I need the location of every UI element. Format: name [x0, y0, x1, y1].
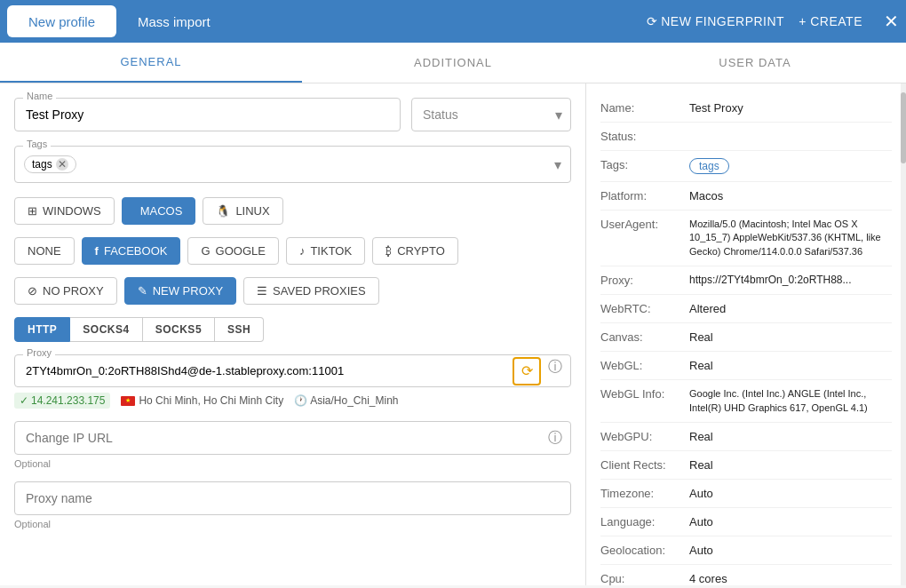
os-btn-windows[interactable]: ⊞ WINDOWS	[14, 197, 115, 225]
scrollbar[interactable]	[901, 83, 906, 585]
status-select-wrapper: Status ▾	[411, 98, 571, 131]
change-ip-url-input[interactable]	[14, 421, 571, 455]
webrtc-value: Altered	[689, 302, 892, 315]
main-content: Name Status ▾ Tags tags ✕	[0, 83, 906, 585]
windows-icon: ⊞	[28, 204, 37, 218]
timezone-badge: 🕐 Asia/Ho_Chi_Minh	[294, 394, 398, 407]
proxy-input[interactable]	[14, 354, 571, 387]
canvas-value: Real	[689, 330, 892, 344]
info-row-cpu: Cpu: 4 cores	[600, 565, 892, 585]
change-ip-url-wrapper: ⓘ	[14, 421, 571, 455]
tags-field[interactable]: tags ✕ ▾	[14, 146, 571, 183]
os-button-group: ⊞ WINDOWS MACOS 🐧 LINUX	[14, 197, 571, 225]
fingerprint-icon: ⟳	[647, 14, 658, 28]
proxy-btn-new[interactable]: ✎ NEW PROXY	[124, 277, 236, 305]
info-row-canvas: Canvas: Real	[600, 323, 892, 352]
proxy-info-row: ✓ 14.241.233.175 Ho Chi Minh, Ho Chi Min…	[14, 393, 571, 409]
timezone-info-value: Auto	[689, 487, 892, 500]
clock-icon: 🕐	[294, 394, 307, 407]
linux-icon: 🐧	[216, 204, 230, 218]
mass-import-tab[interactable]: Mass import	[116, 5, 232, 37]
new-profile-tab[interactable]: New profile	[7, 5, 116, 37]
info-row-geolocation: Geolocation: Auto	[600, 536, 892, 565]
facebook-icon: f	[95, 244, 99, 258]
info-row-webgl-info: WebGL Info: Google Inc. (Intel Inc.) ANG…	[600, 380, 892, 423]
proxy-key: Proxy:	[600, 274, 689, 287]
proxy-info-button[interactable]: ⓘ	[544, 357, 566, 378]
name-input[interactable]	[14, 98, 401, 131]
proxy-name-input[interactable]	[14, 481, 571, 515]
name-field-group: Name	[14, 98, 401, 131]
new-proxy-icon: ✎	[138, 284, 147, 298]
webgl-key: WebGL:	[600, 359, 689, 372]
tiktok-icon: ♪	[299, 244, 306, 258]
geolocation-value: Auto	[689, 544, 892, 557]
webrtc-key: WebRTC:	[600, 302, 689, 315]
info-row-useragent: UserAgent: Mozilla/5.0 (Macintosh; Intel…	[600, 211, 892, 266]
change-ip-info-button[interactable]: ⓘ	[548, 429, 562, 448]
google-icon: G	[201, 244, 210, 258]
info-row-webgpu: WebGPU: Real	[600, 423, 892, 451]
tags-row: Tags tags ✕ ▾	[14, 146, 571, 183]
protocol-socks5[interactable]: SOCKS5	[143, 317, 215, 342]
status-field-group: Status ▾	[411, 98, 571, 131]
timezone-info-key: Timezone:	[600, 487, 689, 500]
proxy-action-buttons: ⟳ ⓘ	[513, 357, 566, 385]
browser-button-group: NONE f FACEBOOK G GOOGLE ♪ TIKTOK ₿ CRYP…	[14, 237, 571, 265]
status-select[interactable]: Status	[411, 98, 571, 131]
name-key: Name:	[600, 101, 689, 115]
flag-vietnam	[121, 396, 135, 406]
info-row-status: Status:	[600, 123, 892, 151]
ip-badge: ✓ 14.241.233.175	[14, 393, 110, 409]
info-row-timezone: Timezone: Auto	[600, 480, 892, 508]
browser-btn-facebook[interactable]: f FACEBOOK	[82, 237, 181, 265]
proxy-btn-saved[interactable]: ☰ SAVED PROXIES	[243, 277, 379, 305]
change-ip-optional-label: Optional	[14, 458, 571, 469]
browser-btn-tiktok[interactable]: ♪ TIKTOK	[286, 237, 365, 265]
create-button[interactable]: + CREATE	[799, 14, 862, 28]
tags-info-value: tags	[689, 158, 892, 174]
language-key: Language:	[600, 515, 689, 528]
new-fingerprint-button[interactable]: ⟳ NEW FINGERPRINT	[647, 14, 784, 28]
webgl-value: Real	[689, 359, 892, 372]
left-panel: Name Status ▾ Tags tags ✕	[0, 83, 586, 585]
tab-user-data[interactable]: USER DATA	[604, 43, 906, 83]
header: New profile Mass import ⟳ NEW FINGERPRIN…	[0, 0, 906, 43]
info-row-language: Language: Auto	[600, 508, 892, 536]
info-table: Name: Test Proxy Status: Tags: tags Plat…	[600, 94, 892, 585]
tag-chip: tags ✕	[24, 155, 76, 173]
geolocation-key: Geolocation:	[600, 544, 689, 557]
info-row-tags: Tags: tags	[600, 151, 892, 182]
location-badge: Ho Chi Minh, Ho Chi Minh City	[121, 394, 283, 407]
tag-remove-btn[interactable]: ✕	[56, 158, 68, 171]
canvas-key: Canvas:	[600, 330, 689, 344]
tags-label: Tags	[23, 139, 51, 149]
tab-general[interactable]: GENERAL	[0, 43, 302, 83]
nav-tabs: GENERAL ADDITIONAL USER DATA	[0, 43, 906, 83]
os-btn-linux[interactable]: 🐧 LINUX	[203, 197, 282, 225]
protocol-ssh[interactable]: SSH	[215, 317, 264, 342]
proxy-source-group: ⊘ NO PROXY ✎ NEW PROXY ☰ SAVED PROXIES	[14, 277, 571, 305]
proxy-input-wrapper: Proxy ⟳ ⓘ	[14, 354, 571, 387]
info-row-proxy: Proxy: https://2TYt4bmrOn_0:2oRTH88...	[600, 266, 892, 295]
cpu-value: 4 cores	[689, 572, 892, 585]
proxy-name-optional-label: Optional	[14, 519, 571, 529]
close-button[interactable]: ✕	[884, 11, 899, 32]
tab-additional[interactable]: ADDITIONAL	[302, 43, 604, 83]
browser-btn-crypto[interactable]: ₿ CRYPTO	[372, 237, 458, 265]
proxy-btn-none[interactable]: ⊘ NO PROXY	[14, 277, 117, 305]
cpu-key: Cpu:	[600, 572, 689, 585]
browser-btn-none[interactable]: NONE	[14, 237, 75, 265]
proxy-field-label: Proxy	[23, 347, 55, 358]
protocol-socks4[interactable]: SOCKS4	[70, 317, 142, 342]
tags-badge: tags	[689, 158, 729, 174]
saved-proxies-icon: ☰	[257, 284, 267, 298]
os-btn-macos[interactable]: MACOS	[122, 197, 196, 225]
info-row-name: Name: Test Proxy	[600, 94, 892, 123]
proxy-info-value: https://2TYt4bmrOn_0:2oRTH88...	[689, 274, 892, 286]
browser-btn-google[interactable]: G GOOGLE	[187, 237, 278, 265]
protocol-http[interactable]: HTTP	[14, 317, 70, 342]
webgl-info-value: Google Inc. (Intel Inc.) ANGLE (Intel In…	[689, 387, 892, 415]
proxy-refresh-button[interactable]: ⟳	[513, 357, 541, 385]
tags-field-group: Tags tags ✕ ▾	[14, 146, 571, 183]
